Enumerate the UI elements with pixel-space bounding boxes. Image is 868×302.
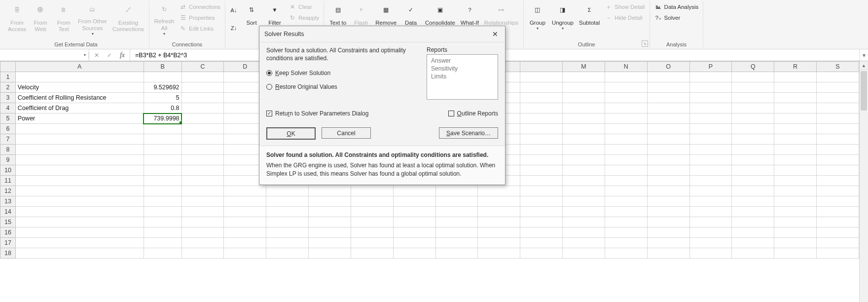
cell[interactable] — [689, 124, 732, 134]
cell[interactable] — [774, 227, 817, 238]
cell[interactable] — [520, 145, 563, 155]
cell[interactable] — [181, 145, 224, 155]
subtotal-button[interactable]: Σ Subtotal — [577, 1, 602, 38]
row-header[interactable]: 17 — [0, 238, 16, 248]
outline-reports-checkbox[interactable]: Outline Reports — [448, 107, 498, 120]
cell[interactable] — [435, 186, 478, 196]
cell[interactable] — [816, 93, 859, 103]
cell[interactable] — [181, 165, 224, 176]
row-header[interactable]: 3 — [0, 93, 16, 103]
cell[interactable] — [605, 207, 647, 217]
cell[interactable] — [144, 248, 181, 259]
restore-values-radio[interactable]: Restore Original Values — [266, 80, 420, 94]
vertical-scrollbar[interactable]: ▲ — [859, 61, 868, 302]
cell[interactable] — [689, 155, 732, 165]
show-detail-button[interactable]: ＋ Show Detail — [603, 2, 646, 12]
cell[interactable] — [224, 207, 266, 217]
cell[interactable] — [15, 134, 144, 145]
cell[interactable] — [181, 227, 224, 238]
cell[interactable] — [689, 82, 732, 93]
cell[interactable]: Coefficient of Drag — [15, 103, 144, 113]
cell[interactable] — [309, 248, 351, 259]
cell[interactable] — [15, 186, 144, 196]
scroll-up-icon[interactable]: ▲ — [860, 61, 868, 70]
cell[interactable] — [816, 248, 859, 259]
existing-connections-button[interactable]: 🔗︎ ExistingConnections — [110, 1, 146, 38]
cell[interactable] — [774, 176, 817, 186]
cell[interactable] — [351, 248, 393, 259]
cell[interactable] — [351, 238, 393, 248]
cell[interactable] — [774, 165, 817, 176]
cell[interactable] — [732, 103, 774, 113]
cell[interactable] — [774, 82, 817, 93]
edit-links-button[interactable]: ✎ Edit Links — [178, 24, 222, 34]
cancel-formula-icon[interactable]: ✕ — [92, 52, 101, 59]
cell[interactable] — [774, 93, 817, 103]
row-header[interactable]: 4 — [0, 103, 16, 113]
cell[interactable] — [144, 72, 181, 82]
cell[interactable] — [647, 145, 689, 155]
cell[interactable] — [144, 238, 181, 248]
cell[interactable] — [266, 227, 309, 238]
cell[interactable] — [774, 134, 817, 145]
cell[interactable] — [15, 165, 144, 176]
cell[interactable] — [647, 134, 689, 145]
cell[interactable] — [520, 207, 563, 217]
cell[interactable] — [563, 238, 605, 248]
cell[interactable]: 5 — [144, 93, 181, 103]
cell[interactable] — [309, 217, 351, 227]
select-all-corner[interactable] — [0, 62, 16, 72]
cell[interactable] — [181, 124, 224, 134]
cell[interactable] — [689, 145, 732, 155]
cell[interactable] — [266, 196, 309, 207]
cell[interactable] — [605, 113, 647, 124]
cell[interactable] — [351, 227, 393, 238]
cell[interactable] — [478, 217, 520, 227]
cell[interactable] — [266, 248, 309, 259]
column-header[interactable]: P — [689, 62, 732, 72]
cell[interactable] — [774, 72, 817, 82]
cell[interactable] — [520, 248, 563, 259]
cell[interactable] — [224, 238, 266, 248]
cell[interactable] — [563, 207, 605, 217]
column-header[interactable]: C — [181, 62, 224, 72]
cell[interactable] — [689, 227, 732, 238]
cell[interactable] — [520, 72, 563, 82]
cell[interactable] — [15, 207, 144, 217]
cell[interactable] — [478, 186, 520, 196]
cell[interactable] — [689, 207, 732, 217]
cell[interactable] — [563, 72, 605, 82]
cell[interactable] — [351, 207, 393, 217]
from-access-button[interactable]: 🗄︎ FromAccess — [6, 1, 28, 38]
cell[interactable] — [478, 207, 520, 217]
cell[interactable] — [309, 227, 351, 238]
cell[interactable] — [732, 227, 774, 238]
cell[interactable] — [816, 113, 859, 124]
cell[interactable] — [351, 196, 393, 207]
cell[interactable] — [816, 217, 859, 227]
outline-dialog-launcher[interactable]: ↘ — [642, 40, 648, 47]
fx-icon[interactable]: fx — [118, 51, 127, 59]
cell[interactable] — [816, 227, 859, 238]
cell[interactable] — [520, 217, 563, 227]
cell[interactable] — [605, 217, 647, 227]
cell[interactable] — [181, 155, 224, 165]
cell[interactable] — [393, 207, 435, 217]
cell[interactable]: 9.529692 — [144, 82, 181, 93]
cell[interactable] — [732, 145, 774, 155]
cell[interactable] — [605, 124, 647, 134]
cell[interactable] — [689, 248, 732, 259]
cell[interactable] — [816, 82, 859, 93]
cell[interactable] — [181, 248, 224, 259]
cell[interactable] — [732, 238, 774, 248]
cell[interactable] — [144, 155, 181, 165]
cell[interactable] — [520, 155, 563, 165]
cell[interactable] — [689, 196, 732, 207]
cell[interactable] — [15, 176, 144, 186]
cell[interactable] — [816, 155, 859, 165]
cell[interactable] — [816, 196, 859, 207]
column-header[interactable]: B — [144, 62, 181, 72]
cell[interactable] — [393, 186, 435, 196]
row-header[interactable]: 1 — [0, 72, 16, 82]
cell[interactable] — [563, 227, 605, 238]
